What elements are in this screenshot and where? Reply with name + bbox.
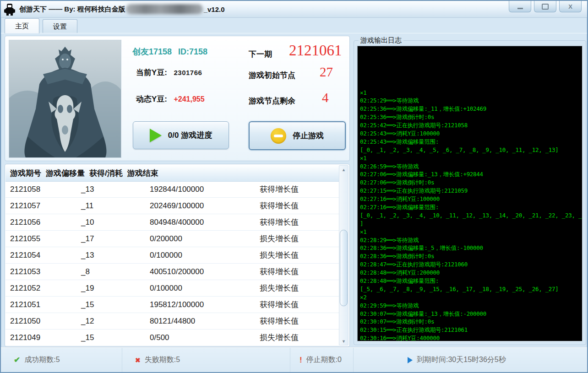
cell-gain-cost: 202469/100000 xyxy=(145,201,255,211)
cell-period: 2121054 xyxy=(5,251,76,260)
log-line: [_0, _1, _2, _3, _4, _10, _11, _12, _13,… xyxy=(360,211,580,220)
table-row[interactable]: 2121051 _15 195812/100000 获得增长值 xyxy=(5,297,339,313)
log-line: 02:25:43══>消耗Y豆:100000 xyxy=(360,130,580,138)
status-fail: ✖ 失败期数:5 xyxy=(122,348,290,372)
table-header-row: 游戏期号游戏偏移量获得/消耗游戏结束 xyxy=(5,165,339,182)
cell-gain-cost: 0/100000 xyxy=(145,284,255,293)
table-row[interactable]: 2121049 _15 0/500 损失增长值 xyxy=(5,330,339,346)
status-stopped-text: 停止期数:0 xyxy=(306,355,342,365)
scroll-up-button[interactable]: ▲ xyxy=(339,166,348,173)
cell-gain-cost: 0/100000 xyxy=(145,251,255,260)
table-row[interactable]: 2121054 _13 0/100000 损失增长值 xyxy=(5,247,339,264)
cell-period: 2121058 xyxy=(5,185,76,194)
log-line: ×1 xyxy=(360,89,580,97)
log-line: 02:30:15══>正在执行游戏期号:2121061 xyxy=(360,326,580,334)
minimize-button[interactable] xyxy=(509,1,531,12)
stop-icon xyxy=(271,128,286,144)
table-row[interactable]: 2121055 _17 0/200000 损失增长值 xyxy=(5,231,339,247)
cell-result: 获得增长值 xyxy=(255,266,328,277)
tab-home[interactable]: 主页 xyxy=(5,18,39,33)
log-line: 02:25:43══>游戏偏移量范围: xyxy=(360,138,580,146)
nodes-left-label: 游戏节点剩余 xyxy=(249,96,295,106)
cell-offset: _11 xyxy=(76,201,145,211)
table-row[interactable]: 2121053 _8 400510/200000 获得增长值 xyxy=(5,264,339,280)
table-body: 2121058 _13 192844/100000 获得增长值 2121057 … xyxy=(5,181,339,346)
log-line: 02:25:29══>等待游戏 xyxy=(360,97,580,105)
progress-button-label: 0/0 游戏进度 xyxy=(168,130,212,141)
cell-period: 2121051 xyxy=(5,300,76,309)
table-row[interactable]: 2121050 _12 80121/44800 获得增长值 xyxy=(5,313,339,330)
log-line: 02:27:06══>游戏倒计时:0s xyxy=(360,178,580,187)
account-name: 创友17158 xyxy=(132,47,172,56)
dynamic-ybean-value: +241,955 xyxy=(174,95,204,103)
check-icon: ✔ xyxy=(14,355,20,365)
close-button[interactable]: X xyxy=(559,1,582,12)
log-line: 02:28:48══>消耗Y豆:200000 xyxy=(360,269,580,277)
log-line: ×2 xyxy=(360,293,580,302)
current-ybean-row: 当前Y豆: 2301766 xyxy=(136,67,202,78)
status-expire-text: 到期时间:30天15时36分5秒 xyxy=(417,355,506,365)
cell-result: 损失增长值 xyxy=(255,233,328,244)
table-row[interactable]: 2121058 _13 192844/100000 获得增长值 xyxy=(5,181,339,198)
status-success: ✔ 成功期数:5 xyxy=(1,348,122,372)
table-header-cell[interactable]: 游戏期号 xyxy=(5,168,41,178)
cell-result: 获得增长值 xyxy=(255,299,328,310)
next-period-value: 2121061 xyxy=(289,42,342,59)
warning-icon: ! xyxy=(299,356,302,365)
table-row[interactable]: 2121052 _19 0/100000 损失增长值 xyxy=(5,280,339,297)
table-row[interactable]: 2121057 _11 202469/100000 获得增长值 xyxy=(5,198,339,214)
table-row[interactable]: 2121056 _10 804948/400000 获得增长值 xyxy=(5,214,339,231)
status-expire: 到期时间:30天15时36分5秒 xyxy=(354,348,587,372)
tab-strip: 主页 设置 xyxy=(1,17,587,33)
table-header-cell[interactable]: 游戏偏移量 xyxy=(41,168,85,178)
log-line: [_0, _1, _2, _3, _4, _5, _6, _7, _8, _9,… xyxy=(360,146,580,154)
expire-arrow-icon xyxy=(408,357,413,363)
log-line: 02:27:16══>游戏偏移量范围: xyxy=(360,203,580,211)
cell-result: 获得增长值 xyxy=(255,184,328,195)
app-window: 创游天下 —— By: 程何科技白金版 _v12.0 X 主页 设置 xyxy=(0,0,588,373)
titlebar: 创游天下 —— By: 程何科技白金版 _v12.0 X xyxy=(1,1,587,18)
status-stopped: ! 停止期数:0 xyxy=(290,348,354,372)
table-header-cell[interactable]: 获得/消耗 xyxy=(85,168,123,178)
nodes-left-value: 4 xyxy=(322,90,329,105)
log-line: 02:29:59══>等待游戏 xyxy=(360,302,580,310)
maximize-button[interactable] xyxy=(534,1,556,12)
cell-offset: _13 xyxy=(76,185,145,194)
scrollbar-thumb[interactable] xyxy=(340,230,348,306)
maximize-icon xyxy=(542,4,549,10)
cell-result: 获得增长值 xyxy=(255,316,328,326)
log-line: 02:27:16══>消耗Y豆:100000 xyxy=(360,195,580,203)
cell-period: 2121049 xyxy=(5,333,76,342)
log-line: ×1 xyxy=(360,228,580,236)
account-line: 创友17158ID:7158 xyxy=(132,46,207,57)
table-scrollbar[interactable]: ▲ ▼ xyxy=(339,165,348,346)
dynamic-ybean-label: 动态Y豆: xyxy=(136,95,167,103)
log-line: 02:30:07══>游戏倒计时:0s xyxy=(360,318,580,326)
tab-settings[interactable]: 设置 xyxy=(43,19,77,33)
window-title: 创游天下 —— By: 程何科技白金版 xyxy=(19,5,125,14)
log-line: 02:28:36══>游戏倒计时:0s xyxy=(360,252,580,260)
status-success-text: 成功期数:5 xyxy=(24,355,60,365)
log-console[interactable]: ×102:25:29══>等待游戏02:25:36══>游戏偏移量:_11，增长… xyxy=(357,46,583,341)
cell-gain-cost: 80121/44800 xyxy=(145,317,255,326)
cell-gain-cost: 0/500 xyxy=(145,333,255,342)
cell-gain-cost: 195812/100000 xyxy=(145,300,255,309)
scroll-down-button[interactable]: ▼ xyxy=(339,337,348,345)
night-king-image xyxy=(9,40,121,158)
cell-period: 2121052 xyxy=(5,284,76,293)
log-line: 02:28:29══>等待游戏 xyxy=(360,236,580,244)
cell-result: 损失增长值 xyxy=(255,332,328,343)
progress-button[interactable]: 0/0 游戏进度 xyxy=(133,121,229,149)
log-line: 02:30:16══>消耗Y豆:400000 xyxy=(360,334,580,341)
cell-period: 2121053 xyxy=(5,267,76,276)
cell-period: 2121057 xyxy=(5,201,76,211)
next-period-label: 下一期 xyxy=(249,49,272,59)
log-line: 02:28:47══>正在执行游戏期号:2121060 xyxy=(360,260,580,269)
current-ybean-label: 当前Y豆: xyxy=(136,68,167,77)
cell-gain-cost: 0/200000 xyxy=(145,234,255,243)
cell-period: 2121055 xyxy=(5,234,76,243)
table-header-cell[interactable]: 游戏结束 xyxy=(123,168,158,178)
cell-offset: _12 xyxy=(76,317,145,326)
start-node-label: 游戏初始节点 xyxy=(249,70,295,81)
stop-game-button[interactable]: 停止游戏 xyxy=(249,121,346,150)
